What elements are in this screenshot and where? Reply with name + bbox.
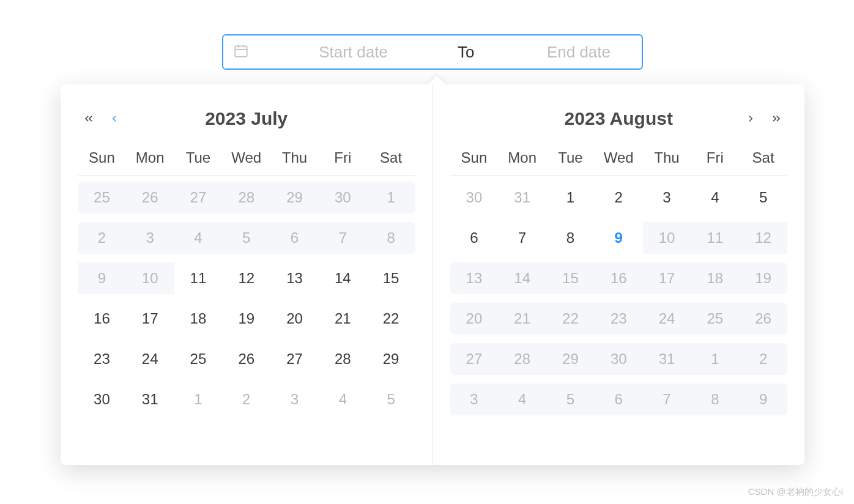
week-row: 13141516171819 [450,262,788,294]
day-cell[interactable]: 8 [546,222,595,254]
day-cell[interactable]: 29 [270,182,319,213]
day-cell[interactable]: 7 [319,222,367,254]
day-cell[interactable]: 9 [595,222,643,254]
day-cell[interactable]: 18 [691,262,739,294]
left-dow-row: SunMonTueWedThuFriSat [78,144,415,176]
day-cell[interactable]: 22 [367,303,415,335]
day-cell[interactable]: 24 [643,303,691,335]
day-cell[interactable]: 25 [691,303,739,335]
day-cell[interactable]: 11 [174,262,223,294]
day-cell[interactable]: 6 [450,222,499,254]
day-cell[interactable]: 13 [450,262,499,294]
day-cell[interactable]: 20 [270,303,319,335]
day-cell[interactable]: 8 [691,384,739,415]
day-cell[interactable]: 6 [270,222,319,254]
day-cell[interactable]: 26 [739,303,787,335]
day-cell[interactable]: 30 [319,182,367,213]
right-month-title[interactable]: 2023 August [565,108,673,129]
range-separator: To [453,43,479,62]
day-cell[interactable]: 27 [450,343,499,375]
day-cell[interactable]: 15 [546,262,595,294]
day-cell[interactable]: 22 [546,303,595,335]
day-cell[interactable]: 9 [739,384,787,415]
day-cell[interactable]: 6 [595,384,643,415]
prev-year-button[interactable] [81,111,96,126]
day-cell[interactable]: 9 [78,262,126,294]
day-cell[interactable]: 15 [367,262,415,294]
day-cell[interactable]: 25 [174,343,223,375]
day-cell[interactable]: 27 [174,182,223,213]
day-cell[interactable]: 28 [498,343,546,375]
day-cell[interactable]: 16 [78,303,126,335]
day-cell[interactable]: 2 [78,222,126,254]
day-cell[interactable]: 25 [78,182,126,213]
day-cell[interactable]: 12 [739,222,787,254]
day-cell[interactable]: 7 [498,222,546,254]
day-cell[interactable]: 28 [319,343,367,375]
day-cell[interactable]: 31 [498,182,546,213]
date-range-input[interactable]: To [222,34,643,70]
day-cell[interactable]: 18 [174,303,223,335]
day-cell[interactable]: 1 [546,182,595,213]
day-cell[interactable]: 19 [739,262,787,294]
day-cell[interactable]: 4 [498,384,546,415]
day-cell[interactable]: 30 [450,182,499,213]
left-month-title[interactable]: 2023 July [205,108,288,129]
day-cell[interactable]: 5 [222,222,270,254]
dow-label: Thu [643,144,691,175]
day-cell[interactable]: 23 [595,303,643,335]
day-cell[interactable]: 2 [595,182,643,213]
day-cell[interactable]: 3 [643,182,691,213]
day-cell[interactable]: 29 [367,343,415,375]
day-cell[interactable]: 1 [691,343,739,375]
day-cell[interactable]: 14 [319,262,367,294]
day-cell[interactable]: 17 [643,262,691,294]
day-cell[interactable]: 27 [270,343,319,375]
day-cell[interactable]: 4 [691,182,739,213]
day-cell[interactable]: 21 [319,303,367,335]
day-cell[interactable]: 3 [450,384,499,415]
next-month-button[interactable] [743,111,758,126]
dow-label: Mon [126,144,174,175]
day-cell[interactable]: 10 [126,262,174,294]
day-cell[interactable]: 16 [595,262,643,294]
day-cell[interactable]: 1 [367,182,415,213]
day-cell[interactable]: 19 [222,303,270,335]
day-cell[interactable]: 4 [319,384,367,415]
prev-month-button[interactable] [107,111,122,126]
next-year-button[interactable] [769,111,784,126]
week-row: 303112345 [78,384,415,415]
end-date-field[interactable] [479,43,678,62]
day-cell[interactable]: 21 [498,303,546,335]
day-cell[interactable]: 30 [595,343,643,375]
dow-label: Fri [319,144,367,175]
day-cell[interactable]: 8 [367,222,415,254]
day-cell[interactable]: 2 [222,384,270,415]
day-cell[interactable]: 30 [78,384,126,415]
day-cell[interactable]: 31 [643,343,691,375]
day-cell[interactable]: 5 [739,182,787,213]
day-cell[interactable]: 14 [498,262,546,294]
day-cell[interactable]: 7 [643,384,691,415]
day-cell[interactable]: 3 [126,222,174,254]
day-cell[interactable]: 29 [546,343,595,375]
day-cell[interactable]: 12 [222,262,270,294]
day-cell[interactable]: 26 [222,343,270,375]
day-cell[interactable]: 20 [450,303,499,335]
day-cell[interactable]: 13 [270,262,319,294]
day-cell[interactable]: 4 [174,222,223,254]
day-cell[interactable]: 31 [126,384,174,415]
day-cell[interactable]: 10 [643,222,691,254]
day-cell[interactable]: 2 [739,343,787,375]
day-cell[interactable]: 28 [222,182,270,213]
day-cell[interactable]: 5 [546,384,595,415]
start-date-field[interactable] [254,43,453,62]
day-cell[interactable]: 1 [174,384,223,415]
day-cell[interactable]: 23 [78,343,126,375]
day-cell[interactable]: 24 [126,343,174,375]
day-cell[interactable]: 11 [691,222,739,254]
day-cell[interactable]: 17 [126,303,174,335]
day-cell[interactable]: 5 [367,384,415,415]
day-cell[interactable]: 3 [270,384,319,415]
day-cell[interactable]: 26 [126,182,174,213]
